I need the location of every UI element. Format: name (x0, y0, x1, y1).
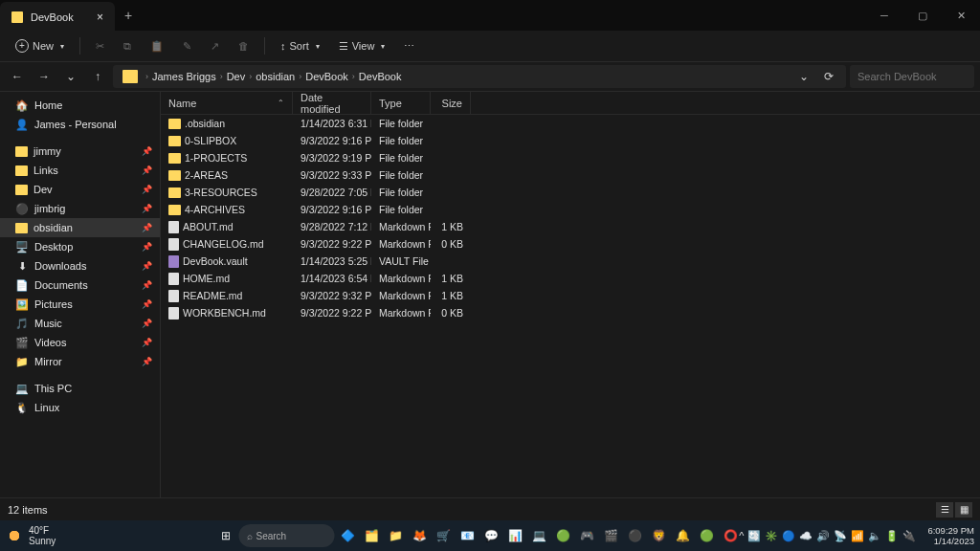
details-view-toggle[interactable]: ☰ (936, 502, 953, 518)
rename-button[interactable]: ✎ (175, 36, 199, 56)
taskbar-search[interactable]: ⌕ Search (239, 524, 335, 547)
file-row[interactable]: 3-RESOURCES 9/28/2022 7:05 PM File folde… (161, 184, 980, 201)
tab-devbook[interactable]: DevBook × (0, 2, 115, 33)
crumb-4[interactable]: DevBook (359, 71, 402, 82)
file-name: 4-ARCHIVES (185, 204, 245, 215)
close-button[interactable]: ✕ (942, 0, 980, 31)
col-size[interactable]: Size (431, 92, 471, 114)
taskbar-app[interactable]: 💻 (529, 525, 550, 546)
file-row[interactable]: CHANGELOG.md 9/3/2022 9:22 PM Markdown F… (161, 235, 980, 253)
sidebar-item-james---personal[interactable]: 👤James - Personal (0, 115, 160, 134)
crumb-3[interactable]: DevBook (305, 71, 348, 82)
sidebar-item-music[interactable]: 🎵Music 📌 (0, 314, 160, 333)
search-input[interactable] (858, 71, 980, 82)
tray-icon[interactable]: ☁️ (799, 530, 813, 542)
file-row[interactable]: ABOUT.md 9/28/2022 7:12 PM Markdown File… (161, 218, 980, 235)
taskbar-app[interactable]: 📁 (386, 525, 407, 546)
sidebar-item-videos[interactable]: 🎬Videos 📌 (0, 333, 160, 352)
paste-button[interactable]: 📋 (143, 36, 171, 56)
tray-icon[interactable]: 🔋 (885, 530, 899, 542)
file-date: 9/28/2022 7:12 PM (293, 221, 371, 232)
sidebar-item-jimmy[interactable]: jimmy 📌 (0, 142, 160, 161)
file-row[interactable]: README.md 9/3/2022 9:32 PM Markdown File… (161, 287, 980, 304)
sort-button[interactable]: ↕ Sort (273, 36, 327, 55)
new-button[interactable]: + New (8, 35, 72, 56)
file-row[interactable]: .obsidian 1/14/2023 6:31 PM File folder (161, 115, 980, 132)
cut-button[interactable]: ✂ (88, 36, 112, 56)
tray-icon[interactable]: ✳️ (765, 530, 778, 542)
delete-button[interactable]: 🗑 (231, 36, 256, 55)
taskbar-app[interactable]: 🎬 (601, 525, 622, 546)
file-row[interactable]: HOME.md 1/14/2023 6:54 PM Markdown File … (161, 270, 980, 287)
taskbar-app[interactable]: 🔷 (338, 525, 359, 546)
tray-icon[interactable]: 📡 (834, 530, 847, 542)
history-dropdown[interactable]: ⌄ (792, 65, 815, 88)
file-row[interactable]: DevBook.vault 1/14/2023 5:25 PM VAULT Fi… (161, 253, 980, 270)
taskbar-app[interactable]: 🎮 (577, 525, 598, 546)
clock[interactable]: 6:09:29 PM 1/14/2023 (927, 525, 974, 547)
sidebar-item-label: Downloads (34, 260, 86, 272)
tray-icon[interactable]: 🔈 (868, 530, 881, 542)
taskbar-app[interactable]: 🦁 (649, 525, 670, 546)
col-date[interactable]: Date modified (293, 92, 371, 114)
refresh-button[interactable]: ⟳ (817, 65, 840, 88)
taskbar-app[interactable]: 🔔 (673, 525, 694, 546)
crumb-1[interactable]: Dev (227, 71, 246, 82)
tray-icon[interactable]: 🔌 (902, 530, 916, 542)
taskbar-app[interactable]: ⚫ (625, 525, 646, 546)
crumb-0[interactable]: James Briggs (152, 71, 216, 82)
forward-button[interactable]: → (33, 65, 56, 88)
new-tab-button[interactable]: + (115, 8, 142, 23)
share-button[interactable]: ↗ (203, 36, 227, 56)
tray-icon[interactable]: 🔵 (782, 530, 795, 542)
taskbar-app[interactable]: 📊 (505, 525, 526, 546)
minimize-button[interactable]: ─ (865, 0, 903, 31)
sidebar-item-mirror[interactable]: 📁Mirror 📌 (0, 352, 160, 371)
sidebar-item-jimbrig[interactable]: ⚫jimbrig 📌 (0, 199, 160, 218)
col-type[interactable]: Type (371, 92, 431, 114)
sidebar-item-this-pc[interactable]: 💻This PC (0, 379, 160, 398)
taskbar-app[interactable]: ⭕ (721, 525, 742, 546)
sidebar-item-pictures[interactable]: 🖼️Pictures 📌 (0, 295, 160, 314)
sidebar-item-links[interactable]: Links 📌 (0, 161, 160, 180)
sidebar-item-desktop[interactable]: 🖥️Desktop 📌 (0, 237, 160, 256)
sidebar-item-linux[interactable]: 🐧Linux (0, 398, 160, 417)
file-row[interactable]: 0-SLIPBOX 9/3/2022 9:16 PM File folder (161, 132, 980, 149)
taskbar-app[interactable]: 📧 (457, 525, 479, 546)
view-button[interactable]: ☰ View (331, 36, 393, 56)
sidebar-icon: 🎬 (15, 336, 29, 349)
taskbar-app[interactable]: 🟢 (697, 525, 718, 546)
taskbar-app[interactable]: ⬇ (745, 525, 766, 546)
file-size: 1 KB (431, 273, 471, 284)
sidebar-item-downloads[interactable]: ⬇Downloads 📌 (0, 256, 160, 276)
tray-icon[interactable]: 🔊 (816, 530, 830, 542)
close-tab-icon[interactable]: × (97, 11, 103, 24)
icons-view-toggle[interactable]: ▦ (955, 502, 972, 518)
taskbar-app[interactable]: 🗂️ (362, 525, 383, 546)
search-box[interactable]: ⌕ (850, 65, 974, 88)
more-button[interactable]: ⋯ (396, 36, 422, 56)
file-row[interactable]: WORKBENCH.md 9/3/2022 9:22 PM Markdown F… (161, 304, 980, 321)
taskbar-app[interactable]: 💬 (481, 525, 502, 546)
up-button[interactable]: ↑ (86, 65, 109, 88)
sidebar-item-dev[interactable]: Dev 📌 (0, 180, 160, 199)
crumb-2[interactable]: obsidian (256, 71, 295, 82)
taskbar-app[interactable]: 🦊 (410, 525, 431, 546)
weather-widget[interactable]: 40°F Sunny (6, 525, 56, 546)
sidebar-item-obsidian[interactable]: obsidian 📌 (0, 218, 160, 237)
recent-button[interactable]: ⌄ (59, 65, 82, 88)
tray-icon[interactable]: 📶 (851, 530, 864, 542)
copy-button[interactable]: ⧉ (116, 36, 139, 56)
back-button[interactable]: ← (6, 65, 29, 88)
taskbar-app[interactable]: 🟢 (553, 525, 574, 546)
sidebar-item-documents[interactable]: 📄Documents 📌 (0, 276, 160, 295)
col-name[interactable]: Name⌃ (161, 92, 293, 114)
file-row[interactable]: 1-PROJECTS 9/3/2022 9:19 PM File folder (161, 149, 980, 166)
start-button[interactable]: ⊞ (215, 525, 236, 546)
sidebar-item-home[interactable]: 🏠Home (0, 96, 160, 115)
file-row[interactable]: 4-ARCHIVES 9/3/2022 9:16 PM File folder (161, 201, 980, 218)
file-row[interactable]: 2-AREAS 9/3/2022 9:33 PM File folder (161, 166, 980, 184)
breadcrumb[interactable]: › James Briggs› Dev› obsidian› DevBook› … (113, 65, 846, 88)
taskbar-app[interactable]: 🛒 (434, 525, 455, 546)
maximize-button[interactable]: ▢ (903, 0, 942, 31)
